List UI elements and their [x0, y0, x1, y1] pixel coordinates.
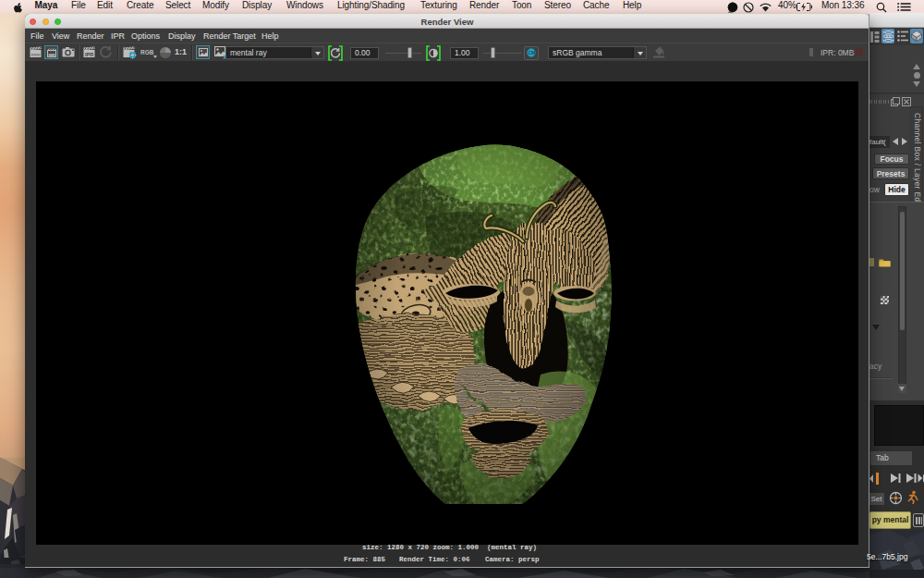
svg-text:IPR: IPR [85, 52, 93, 57]
